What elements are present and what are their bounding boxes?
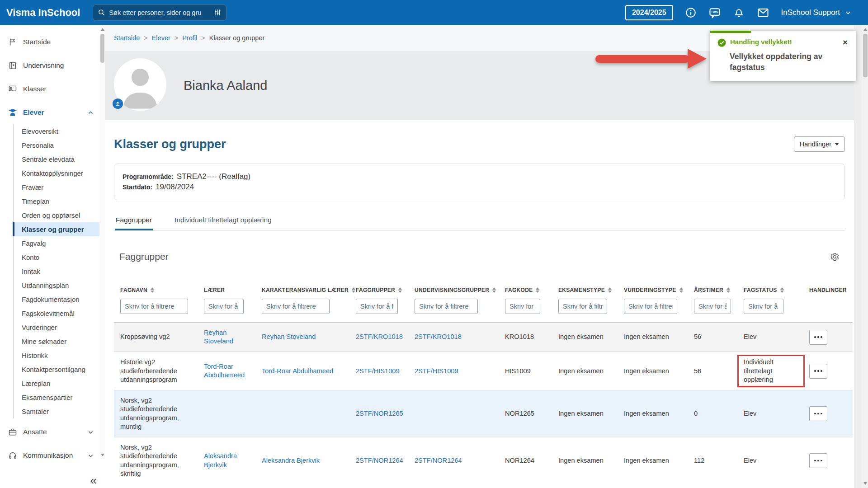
sidebar-subitem-vurderinger[interactable]: Vurderinger <box>14 320 99 334</box>
mail-envelope-icon[interactable] <box>757 6 769 19</box>
column-header-eksamenstype[interactable]: EKSAMENSTYPE <box>552 284 618 298</box>
sidebar-subitem-samtaler[interactable]: Samtaler <box>14 404 99 418</box>
link-undervisningsgrupper[interactable]: 2STF/NOR1264 <box>415 457 462 464</box>
row-more-options-button[interactable] <box>809 364 827 379</box>
column-header-karakteransvarlig-l-rer[interactable]: KARAKTERANSVARLIG LÆRER <box>255 284 349 298</box>
sidebar-collapse-button[interactable]: « <box>90 474 97 486</box>
sort-icon[interactable] <box>608 287 612 293</box>
scroll-down-arrow-icon[interactable] <box>101 454 104 456</box>
user-menu[interactable]: InSchool Support <box>781 8 852 17</box>
sidebar-item-elever[interactable]: Elever <box>0 101 99 124</box>
filter-input-fagnavn[interactable] <box>120 299 188 314</box>
link-laerer[interactable]: Reyhan Stoveland <box>204 329 233 345</box>
column-header-fagkode[interactable]: FAGKODE <box>499 284 552 298</box>
sidebar-subitem-inntak[interactable]: Inntak <box>14 264 99 278</box>
breadcrumb-item-startside[interactable]: Startside <box>114 34 140 42</box>
filter-input-karakteransvarlig-l-rer[interactable] <box>262 299 330 314</box>
app-logo[interactable]: Visma InSchool <box>0 7 93 19</box>
scroll-up-arrow-icon[interactable] <box>101 28 104 31</box>
column-header-rstimer[interactable]: ÅRSTIMER <box>688 284 737 298</box>
sort-icon[interactable] <box>726 287 730 293</box>
scroll-down-arrow-icon[interactable] <box>863 482 867 485</box>
sidebar-subitem-elevoversikt[interactable]: Elevoversikt <box>14 124 99 138</box>
sms-icon[interactable]: SMS <box>708 6 721 19</box>
sidebar-item-undervisning[interactable]: Undervisning <box>0 54 99 77</box>
sidebar-item-klasser[interactable]: Klasser <box>0 77 99 101</box>
page-scrollbar-thumb[interactable] <box>863 34 868 77</box>
sidebar-subitem-l-replan[interactable]: Læreplan <box>14 376 99 390</box>
sidebar-subitem-fagdokumentasjon[interactable]: Fagdokumentasjon <box>14 292 99 306</box>
column-header-fagnavn[interactable]: FAGNAVN <box>114 284 198 298</box>
sort-icon[interactable] <box>398 287 402 293</box>
row-more-options-button[interactable] <box>809 406 827 421</box>
upload-photo-badge[interactable] <box>113 99 123 109</box>
row-more-options-button[interactable] <box>809 330 827 345</box>
sidebar-item-startside[interactable]: Startside <box>0 30 99 54</box>
sort-icon[interactable] <box>679 287 683 293</box>
breadcrumb-item-profil[interactable]: Profil <box>182 34 197 42</box>
row-more-options-button[interactable] <box>809 453 827 468</box>
sidebar-subitem-kontaktopplysninger[interactable]: Kontaktopplysninger <box>14 166 99 180</box>
sidebar-scrollbar[interactable] <box>100 26 105 459</box>
tab-faggrupper[interactable]: Faggrupper <box>115 211 153 230</box>
school-year-button[interactable]: 2024/2025 <box>625 5 673 20</box>
link-laerer[interactable]: Tord-Roar Abdulhameed <box>204 363 245 379</box>
link-faggrupper[interactable]: 2STF/NOR1265 <box>356 410 403 417</box>
sidebar-subitem-klasser-og-grupper[interactable]: Klasser og grupper <box>13 222 99 236</box>
sidebar-subitem-frav-r[interactable]: Fravær <box>14 180 99 194</box>
filter-input-fagkode[interactable] <box>505 299 540 314</box>
filter-input-eksamenstype[interactable] <box>558 299 607 314</box>
link-faggrupper[interactable]: 2STF/HIS1009 <box>356 367 400 375</box>
link-karakteransvarlig[interactable]: Reyhan Stoveland <box>262 333 316 340</box>
tab-individuelt-tilrettelagt-oppl-ring[interactable]: Individuelt tilrettelagt opplæring <box>174 211 273 230</box>
sidebar-item-kommunikasjon[interactable]: Kommunikasjon <box>0 444 99 460</box>
sort-icon[interactable] <box>536 287 539 293</box>
filter-input-vurderingstype[interactable] <box>624 299 677 314</box>
link-faggrupper[interactable]: 2STF/KRO1018 <box>356 333 403 340</box>
search-filter-sliders-icon[interactable] <box>214 9 222 16</box>
sidebar-scrollbar-thumb[interactable] <box>100 34 104 63</box>
page-scrollbar[interactable] <box>862 25 868 488</box>
sidebar-subitem-eksamenspartier[interactable]: Eksamenspartier <box>14 390 99 404</box>
actions-dropdown-button[interactable]: Handlinger <box>794 136 845 152</box>
scroll-up-arrow-icon[interactable] <box>863 28 867 31</box>
cell-fagstatus: Elev <box>737 322 803 352</box>
column-header-fagstatus[interactable]: FAGSTATUS <box>737 284 803 298</box>
sort-icon[interactable] <box>492 287 496 293</box>
sidebar-subitem-kontaktpersontilgang[interactable]: Kontaktpersontilgang <box>14 362 99 376</box>
link-faggrupper[interactable]: 2STF/NOR1264 <box>356 457 403 464</box>
sidebar-subitem-historikk[interactable]: Historikk <box>14 348 99 362</box>
sidebar-subitem-fagvalg[interactable]: Fagvalg <box>14 236 99 250</box>
sidebar-item-ansatte[interactable]: Ansatte <box>0 420 99 444</box>
filter-input-rstimer[interactable] <box>694 299 731 314</box>
column-header-undervisningsgrupper[interactable]: UNDERVISNINGSGRUPPER <box>408 284 499 298</box>
link-undervisningsgrupper[interactable]: 2STF/HIS1009 <box>415 367 458 375</box>
notifications-bell-icon[interactable] <box>733 6 745 19</box>
sidebar-subitem-konto[interactable]: Konto <box>14 250 99 264</box>
link-karakteransvarlig[interactable]: Aleksandra Bjerkvik <box>262 457 320 464</box>
link-karakteransvarlig[interactable]: Tord-Roar Abdulhameed <box>262 367 333 375</box>
sort-icon[interactable] <box>780 287 784 293</box>
filter-input-fagstatus[interactable] <box>744 299 783 314</box>
column-header-vurderingstype[interactable]: VURDERINGSTYPE <box>618 284 688 298</box>
sidebar-subitem-mine-s-knader[interactable]: Mine søknader <box>14 334 99 348</box>
link-laerer[interactable]: Aleksandra Bjerkvik <box>204 452 237 468</box>
info-icon[interactable] <box>685 7 697 19</box>
toast-close-button[interactable]: × <box>842 38 849 47</box>
sidebar-subitem-utdanningsplan[interactable]: Utdanningsplan <box>14 278 99 292</box>
filter-input-faggrupper[interactable] <box>356 299 398 314</box>
sidebar-subitem-orden-og-oppf-rsel[interactable]: Orden og oppførsel <box>14 208 99 222</box>
sidebar-subitem-personalia[interactable]: Personalia <box>14 138 99 152</box>
table-settings-gear-icon[interactable] <box>830 252 840 262</box>
sort-icon[interactable] <box>151 287 154 293</box>
search-input[interactable] <box>109 9 210 16</box>
filter-input-l-rer[interactable] <box>204 299 244 314</box>
sidebar-subitem-sentrale-elevdata[interactable]: Sentrale elevdata <box>14 152 99 166</box>
sidebar-subitem-fagskolevitnem-l[interactable]: Fagskolevitnemål <box>14 306 99 320</box>
sidebar-subitem-timeplan[interactable]: Timeplan <box>14 194 99 208</box>
column-header-faggrupper[interactable]: FAGGRUPPER <box>349 284 408 298</box>
link-undervisningsgrupper[interactable]: 2STF/KRO1018 <box>415 333 462 340</box>
filter-input-undervisningsgrupper[interactable] <box>415 299 478 314</box>
breadcrumb-item-elever[interactable]: Elever <box>152 34 170 42</box>
sort-icon[interactable] <box>352 287 355 293</box>
